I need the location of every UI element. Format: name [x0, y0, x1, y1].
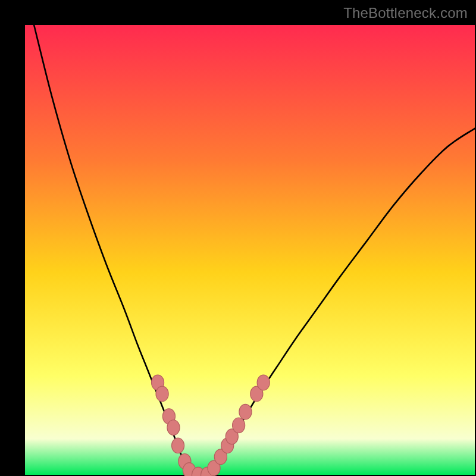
curve-layer: [25, 25, 475, 475]
marker-point: [156, 386, 168, 402]
marker-point: [233, 418, 245, 433]
chart-stage: TheBottleneck.com: [0, 0, 476, 476]
curve-right: [209, 129, 475, 475]
marker-group: [151, 375, 270, 476]
marker-point: [257, 375, 270, 390]
marker-point: [239, 404, 252, 419]
marker-point: [171, 438, 184, 453]
watermark-text: TheBottleneck.com: [343, 5, 468, 21]
curve-left: [34, 25, 192, 475]
marker-point: [167, 420, 180, 436]
